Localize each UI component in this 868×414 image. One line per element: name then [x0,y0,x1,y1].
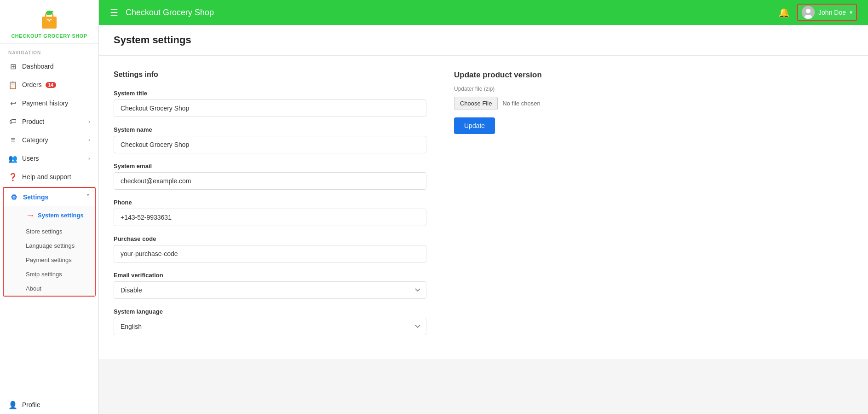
sidebar-item-label: Product [22,118,44,125]
purchase-code-label: Purchase code [114,235,426,242]
purchase-code-group: Purchase code [114,235,426,262]
page-title: System settings [114,34,853,46]
sidebar-item-settings[interactable]: ⚙ Settings ˅ [4,188,95,206]
sidebar-item-dashboard[interactable]: ⊞ Dashboard [0,57,98,76]
orders-icon: 📋 [8,80,17,89]
sidebar-item-label: Dashboard [22,63,54,70]
settings-icon: ⚙ [9,192,18,202]
header: ☰ Checkout Grocery Shop 🔔 John Doe ▾ [99,0,868,25]
file-chooser-group: Choose File No file chosen [454,97,853,110]
content-area: Settings info System title System name S… [99,56,868,414]
product-icon: 🏷 [8,117,17,126]
header-user-menu[interactable]: John Doe ▾ [797,4,857,21]
system-email-input[interactable] [114,172,426,190]
settings-content: Settings info System title System name S… [99,56,868,359]
no-file-text: No file chosen [502,100,540,107]
help-support-icon: ❓ [8,172,17,181]
sidebar-brand: CHECKOUT GROCERY SHOP [11,33,87,39]
category-icon: ≡ [8,135,17,145]
payment-history-icon: ↩ [8,99,17,108]
choose-file-button[interactable]: Choose File [454,97,498,110]
purchase-code-input[interactable] [114,245,426,262]
category-chevron-icon: › [88,137,90,143]
email-verification-label: Email verification [114,272,426,279]
orders-badge: 14 [46,82,56,88]
update-button[interactable]: Update [454,117,495,134]
phone-label: Phone [114,199,426,206]
settings-submenu: → System settings Store settings Languag… [4,206,95,296]
update-section-title: Update product version [454,70,853,80]
system-email-group: System email [114,163,426,190]
profile-icon: 👤 [8,400,17,409]
users-icon: 👥 [8,154,17,163]
system-title-input[interactable] [114,99,426,117]
page-header: System settings [99,25,868,56]
settings-info-title: Settings info [114,70,426,79]
dashboard-icon: ⊞ [8,62,17,71]
username-label: John Doe [818,9,846,16]
sidebar-item-orders[interactable]: 📋 Orders 14 [0,76,98,94]
active-arrow-icon: → [26,210,35,221]
subitem-label: Smtp settings [26,271,62,278]
header-title: Checkout Grocery Shop [126,8,778,17]
system-email-label: System email [114,163,426,169]
sidebar-item-label: Users [22,155,39,162]
sidebar-item-product[interactable]: 🏷 Product › [0,112,98,131]
email-verification-group: Email verification Disable Enable [114,272,426,299]
subitem-label: Payment settings [26,257,72,263]
sidebar-item-category[interactable]: ≡ Category › [0,131,98,149]
sidebar-item-label: Profile [22,401,40,408]
sidebar-subitem-language-settings[interactable]: Language settings [4,239,95,253]
users-chevron-icon: › [88,155,90,162]
sidebar-subitem-system-settings[interactable]: → System settings [4,206,95,224]
sidebar-logo: CHECKOUT GROCERY SHOP [0,0,98,44]
bell-icon[interactable]: 🔔 [778,7,790,18]
system-title-group: System title [114,90,426,117]
settings-info-panel: Settings info System title System name S… [114,70,426,344]
sidebar-item-label: Category [22,136,48,144]
update-panel: Update product version Updater file (zip… [454,70,853,344]
settings-chevron-icon: ˅ [86,194,89,200]
app-logo-icon [38,8,60,30]
product-chevron-icon: › [88,118,90,125]
system-language-group: System language English Spanish French A… [114,308,426,335]
system-language-select[interactable]: English Spanish French Arabic [114,318,426,335]
system-name-label: System name [114,126,426,133]
subitem-label: Language settings [26,242,75,249]
sidebar-item-label: Settings [23,193,48,201]
updater-file-label: Updater file (zip) [454,85,853,92]
system-language-label: System language [114,308,426,315]
sidebar-item-help-support[interactable]: ❓ Help and support [0,168,98,186]
email-verification-select[interactable]: Disable Enable [114,281,426,299]
system-name-group: System name [114,126,426,153]
sidebar-item-profile[interactable]: 👤 Profile [0,396,98,414]
sidebar-subitem-store-settings[interactable]: Store settings [4,224,95,239]
subitem-label: Store settings [26,228,63,235]
main-content: ☰ Checkout Grocery Shop 🔔 John Doe ▾ Sys… [99,0,868,414]
sidebar-subitem-payment-settings[interactable]: Payment settings [4,253,95,267]
sidebar-item-settings-container: ⚙ Settings ˅ → System settings Store set… [3,187,96,297]
sidebar-item-users[interactable]: 👥 Users › [0,149,98,168]
nav-label: NAVIGATION [0,44,98,57]
system-name-input[interactable] [114,136,426,153]
header-right: 🔔 John Doe ▾ [778,4,857,21]
user-menu-chevron-icon: ▾ [850,9,852,16]
system-title-label: System title [114,90,426,97]
svg-rect-0 [42,17,57,29]
sidebar: CHECKOUT GROCERY SHOP NAVIGATION ⊞ Dashb… [0,0,99,414]
subitem-label: About [26,285,41,292]
sidebar-item-payment-history[interactable]: ↩ Payment history [0,94,98,112]
phone-group: Phone [114,199,426,226]
phone-input[interactable] [114,209,426,226]
sidebar-item-label: Payment history [22,99,68,107]
sidebar-subitem-smtp-settings[interactable]: Smtp settings [4,267,95,281]
svg-point-3 [806,9,811,13]
menu-toggle-icon[interactable]: ☰ [110,7,118,18]
avatar [802,6,815,19]
subitem-label: System settings [38,212,84,219]
sidebar-item-label: Help and support [22,173,71,181]
sidebar-item-label: Orders [22,81,42,88]
sidebar-subitem-about[interactable]: About [4,281,95,296]
